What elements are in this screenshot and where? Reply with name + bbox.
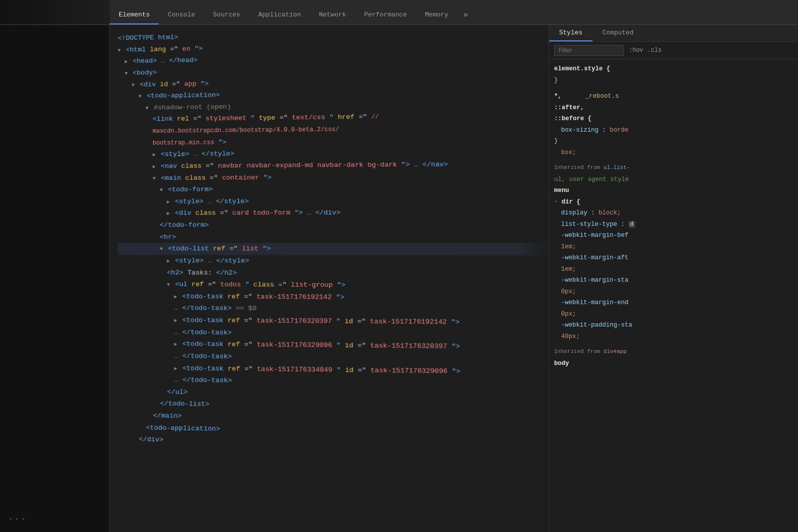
webkit-margin-end-val: 0px;	[554, 309, 793, 320]
element-style-selector: element.style {	[554, 63, 793, 75]
main-area: ... <!DOCTYPE html> ▼ <html lang =" en "…	[0, 25, 798, 532]
expand-main[interactable]: ▼	[153, 176, 156, 181]
webkit-margin-bef: -webkit-margin-bef	[554, 230, 793, 241]
todo-form-close: </todo-form>	[118, 219, 549, 231]
expand-style1[interactable]: ▶	[153, 152, 156, 158]
tab-performance[interactable]: Performance	[355, 6, 416, 24]
menu-prop: menu	[554, 185, 793, 196]
universal-close: }	[554, 136, 793, 147]
hr-line: <hr>	[118, 231, 549, 243]
todo-list-line: ▼ <todo-list ref =" list ">	[118, 243, 549, 255]
expand-div-card[interactable]: ▶	[167, 211, 170, 216]
html-tag: <html	[126, 46, 150, 54]
box-sizing-prop: box-sizing : borde	[554, 125, 793, 136]
tab-network[interactable]: Network	[310, 6, 355, 24]
expand-style2[interactable]: ▶	[167, 199, 170, 204]
expand-task3[interactable]: ▶	[174, 342, 177, 347]
webkit-padding-sta-val: 40px;	[554, 331, 793, 343]
element-style-close: }	[554, 75, 793, 86]
universal-selector: *, _reboot.s	[554, 91, 793, 102]
tab-elements[interactable]: Elements	[110, 6, 159, 24]
expand-body[interactable]: ▼	[125, 71, 128, 76]
expand-task4[interactable]: ▶	[174, 365, 177, 371]
expand-task2[interactable]: ▶	[174, 318, 177, 323]
filter-input[interactable]	[554, 45, 624, 56]
expand-div-app[interactable]: ▼	[132, 82, 135, 88]
before-selector: ::before {	[554, 113, 793, 125]
webkit-margin-aft-val: 1em;	[554, 264, 793, 275]
expand-nav[interactable]: ▶	[153, 164, 156, 170]
element-style-block: element.style { }	[554, 63, 793, 86]
webkit-margin-end: -webkit-margin-end	[554, 297, 793, 309]
box-val: box;	[554, 147, 793, 159]
list-style-prop: list-style-type : d	[554, 219, 793, 230]
inherited-label-2: Inherited from div#app	[554, 347, 793, 357]
tab-more[interactable]: »	[457, 5, 474, 24]
inherited-block-2: Inherited from div#app body	[554, 347, 793, 369]
tab-memory[interactable]: Memory	[416, 6, 457, 24]
expand-style3[interactable]: ▶	[167, 258, 170, 264]
tab-computed[interactable]: Computed	[593, 25, 643, 41]
tab-console[interactable]: Console	[159, 6, 204, 24]
expand-todo-app[interactable]: ▼	[139, 94, 142, 99]
left-sidebar: ...	[0, 25, 110, 532]
styles-content: element.style { } *, _reboot.s ::after,	[549, 59, 798, 532]
expand-head[interactable]: ▶	[125, 59, 128, 65]
styles-panel: Styles Computed :hov .cls element.style …	[549, 25, 798, 532]
dir-block-start: · dir {	[554, 196, 793, 208]
expand-ul[interactable]: ▼	[167, 282, 170, 288]
after-selector: ::after,	[554, 102, 793, 114]
tab-styles[interactable]: Styles	[549, 25, 593, 41]
expand-task1[interactable]: ▶	[174, 294, 177, 300]
display-prop: display : block;	[554, 207, 793, 219]
inherited-block-1: Inherited from ul.list- ul, user agent s…	[554, 163, 793, 342]
expand-todo-list[interactable]: ▼	[160, 246, 163, 252]
webkit-margin-bef-val: 1em;	[554, 241, 793, 253]
webkit-margin-sta: -webkit-margin-sta	[554, 275, 793, 286]
inherited-label-1: Inherited from ul.list-	[554, 163, 793, 173]
doctype-tag: <!DOCTYPE html>	[118, 33, 178, 42]
styles-tabs: Styles Computed	[549, 25, 798, 42]
expand-todo-form[interactable]: ▼	[160, 187, 163, 193]
filter-hov-label[interactable]: :hov	[629, 47, 643, 54]
style3-line: ▶ <style> … </style>	[118, 255, 549, 268]
tab-bar: Elements Console Sources Application Net…	[0, 0, 798, 25]
universal-block: *, _reboot.s ::after, ::before { box-siz…	[554, 91, 793, 158]
dom-panel[interactable]: <!DOCTYPE html> ▼ <html lang =" en "> ▶ …	[110, 25, 549, 532]
todo-form-line: ▼ <todo-form>	[118, 182, 549, 196]
style2-line: ▶ <style> … </style>	[118, 194, 549, 208]
tab-sources[interactable]: Sources	[204, 6, 249, 24]
devtools-container: Elements Console Sources Application Net…	[0, 0, 798, 532]
div-card-line: ▶ <div class =" card todo-form "> … </di…	[118, 206, 549, 219]
inherited-text-1: ul, user agent style	[554, 174, 793, 185]
tab-application[interactable]: Application	[249, 6, 310, 24]
styles-filter-bar: :hov .cls	[549, 42, 798, 59]
dom-content: <!DOCTYPE html> ▼ <html lang =" en "> ▶ …	[110, 25, 549, 456]
webkit-padding-sta: -webkit-padding-sta	[554, 320, 793, 331]
expand-html[interactable]: ▼	[118, 47, 121, 53]
webkit-margin-sta-val: 0px;	[554, 286, 793, 298]
expand-shadow[interactable]: ▼	[146, 105, 149, 111]
body-label: body	[554, 358, 793, 369]
h2-line: <h2> Tasks: </h2>	[118, 267, 549, 280]
filter-cls-label[interactable]: .cls	[647, 47, 662, 54]
webkit-margin-aft: -webkit-margin-aft	[554, 252, 793, 264]
sidebar-dots: ...	[8, 512, 27, 522]
